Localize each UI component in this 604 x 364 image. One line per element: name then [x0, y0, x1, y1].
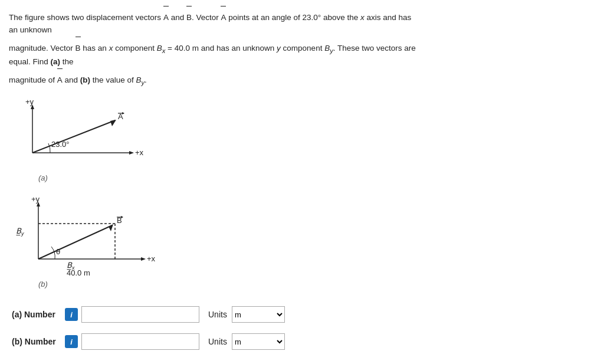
info-button-a[interactable]: i: [65, 308, 78, 321]
diagram-b-by-side-label: B̲y: [16, 227, 24, 237]
problem-line3: magnitude of A and (b) the value of By.: [9, 68, 422, 88]
diagram-b-x-axis-label: +x: [147, 254, 156, 263]
info-button-b[interactable]: i: [65, 335, 78, 348]
diagram-a-y-label: +y: [25, 97, 34, 106]
svg-marker-11: [141, 257, 146, 261]
diagrams-section: +y +x A 23.0° (a) +y +: [15, 94, 595, 294]
units-label-a: Units: [208, 310, 227, 319]
answers-section: (a) Number i Units m cm km ft (b) Number…: [9, 306, 595, 350]
svg-line-4: [32, 120, 115, 153]
diagram-a-svg: +y +x A 23.0°: [15, 94, 150, 170]
diagram-b-y-axis-label: +y: [31, 195, 40, 204]
svg-marker-7: [122, 112, 124, 114]
diagram-a-x-label: +x: [135, 148, 144, 157]
answer-a-input[interactable]: [81, 306, 199, 323]
problem-text: The figure shows two displacement vector…: [9, 6, 422, 88]
answer-b-label: (b) Number: [12, 337, 65, 346]
diagram-a: +y +x A 23.0° (a): [15, 94, 595, 182]
problem-line1: The figure shows two displacement vector…: [9, 6, 422, 37]
svg-marker-5: [110, 120, 116, 126]
diagram-b-length-label: 40.0 m: [67, 268, 90, 277]
diagram-b-caption: (b): [38, 280, 595, 288]
answer-a-label: (a) Number: [12, 310, 65, 319]
units-label-b: Units: [208, 337, 227, 346]
diagram-b: +y +x B̲y B B̲x θ: [15, 191, 595, 288]
answer-a-row: (a) Number i Units m cm km ft: [12, 306, 595, 323]
units-select-b[interactable]: m cm km ft: [232, 333, 285, 350]
diagram-a-caption: (a): [38, 173, 595, 182]
answer-b-input[interactable]: [81, 333, 199, 350]
svg-marker-15: [109, 224, 113, 231]
diagram-a-angle-label: 23.0°: [51, 140, 70, 149]
svg-marker-3: [129, 151, 134, 155]
problem-line2: magnitude. Vector B has an x component B…: [9, 37, 422, 68]
svg-marker-17: [121, 216, 123, 218]
svg-line-14: [38, 225, 112, 259]
answer-b-row: (b) Number i Units m cm km ft: [12, 333, 595, 350]
units-select-a[interactable]: m cm km ft: [232, 306, 285, 323]
diagram-b-theta-label: θ: [56, 247, 60, 256]
diagram-b-svg: +y +x B̲y B B̲x θ: [15, 191, 162, 277]
